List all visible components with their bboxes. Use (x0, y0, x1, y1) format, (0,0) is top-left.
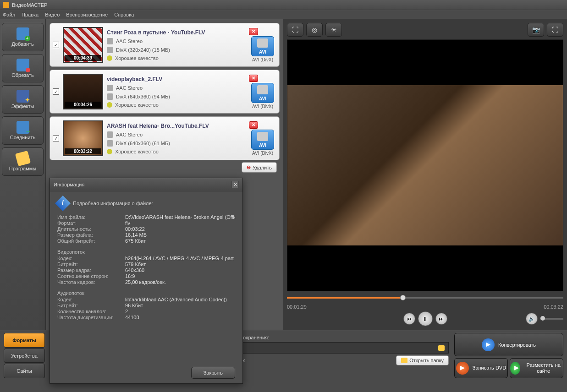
info-key: Соотношение сторон: (57, 273, 125, 279)
open-folder-button[interactable]: Открыть папку (396, 355, 449, 365)
info-value: 579 Кбит (125, 261, 235, 267)
item-checkbox[interactable]: ✓ (53, 135, 59, 142)
video-info: DivX (640x360) (94 МБ) (116, 94, 170, 99)
info-value: 96 Кбит (125, 303, 235, 308)
settings-tool-button[interactable]: ◎ (306, 23, 323, 37)
format-button[interactable]: AVI (251, 83, 274, 103)
remove-item-button[interactable]: ✕ (249, 28, 258, 35)
thumbnail[interactable]: 00:04:26 (63, 74, 103, 109)
film-cut-icon (17, 59, 29, 71)
item-title: ARASH feat Helena- Bro...YouTube.FLV (107, 123, 245, 129)
sidebar-label: Эффекты (11, 103, 34, 109)
prev-button[interactable]: ⏮ (403, 313, 415, 325)
audio-info: AAC Stereo (116, 85, 143, 91)
modal-close-bottom-button[interactable]: Закрыть (191, 367, 235, 379)
sidebar-cut-button[interactable]: Обрезать (2, 54, 44, 82)
preview-panel: ⛶ ◎ ☀ 📷 ⛶ 00:01:29 00:03:22 ⏮ ⏸ ⏭ 🔊 (283, 19, 567, 330)
quality-dot-icon (107, 55, 112, 61)
info-icon (55, 196, 71, 211)
info-key: Битрейт: (57, 303, 125, 308)
modal-close-button[interactable]: ✕ (231, 181, 239, 188)
info-value: 2 (125, 309, 235, 314)
volume-button[interactable]: 🔊 (526, 313, 538, 325)
thumbnail[interactable]: 00:03:22 (63, 120, 103, 156)
browse-folder-button[interactable] (438, 345, 445, 351)
list-item[interactable]: ✓ 00:04:39 Стинг Роза в пустыне - YouTub… (50, 23, 280, 67)
menu-playback[interactable]: Воспроизведение (66, 12, 108, 17)
info-key: Частота дискретизации: (57, 315, 125, 320)
video-screen[interactable] (287, 39, 563, 291)
play-icon (482, 338, 495, 351)
sidebar-label: Добавить (11, 41, 34, 47)
format-button[interactable]: AVI (251, 36, 274, 56)
remove-item-button[interactable]: ✕ (249, 121, 258, 129)
pause-button[interactable]: ⏸ (418, 311, 433, 326)
info-key: Длительность: (57, 226, 125, 232)
burn-dvd-button[interactable]: Записать DVD (454, 358, 508, 378)
upload-button[interactable]: Разместить на сайте (510, 358, 563, 378)
menu-help[interactable]: Справка (114, 12, 134, 17)
video-info: DivX (320x240) (15 МБ) (116, 47, 170, 53)
sidebar-programs-button[interactable]: Программы (2, 147, 44, 176)
quality-dot-icon (107, 149, 112, 154)
time-total: 00:03:22 (544, 304, 563, 310)
modal-subtitle: Подробная информация о файле: (73, 201, 153, 206)
audio-info: AAC Stereo (116, 38, 143, 44)
quality-dot-icon (107, 102, 112, 108)
info-value: 00:03:22 (125, 226, 235, 232)
tab-formats[interactable]: Форматы (4, 333, 45, 348)
list-item[interactable]: ✓ 00:03:22 ARASH feat Helena- Bro...YouT… (50, 116, 280, 160)
folder-icon (401, 358, 407, 363)
info-value: 16,14 МБ (125, 232, 235, 238)
tab-sites[interactable]: Сайты (4, 364, 45, 378)
convert-button[interactable]: Конвертировать (454, 333, 563, 356)
wand-icon (17, 90, 29, 103)
tag-icon (15, 151, 30, 166)
fullscreen-button[interactable]: ⛶ (547, 23, 563, 37)
brightness-tool-button[interactable]: ☀ (325, 23, 342, 37)
sidebar-label: Обрезать (11, 72, 34, 78)
info-value: 640x360 (125, 267, 235, 273)
info-key: Общий битрейт: (57, 238, 125, 244)
output-format: AVI (DivX) (252, 104, 273, 109)
sidebar-effects-button[interactable]: Эффекты (2, 85, 44, 114)
menu-video[interactable]: Видео (45, 12, 60, 17)
item-checkbox[interactable]: ✓ (53, 42, 59, 48)
audio-icon (107, 38, 113, 44)
audio-info: AAC Stereo (116, 132, 143, 137)
delete-button[interactable]: ⊖ Удалить (242, 162, 277, 173)
snapshot-button[interactable]: 📷 (528, 23, 544, 37)
duration-badge: 00:04:39 (65, 55, 101, 61)
item-title: videoplayback_2.FLV (107, 76, 245, 82)
format-button[interactable]: AVI (251, 130, 274, 150)
info-key: Имя файла: (57, 214, 125, 220)
sidebar-join-button[interactable]: Соединить (2, 116, 44, 145)
crop-tool-button[interactable]: ⛶ (287, 23, 303, 37)
info-key: Частота кадров: (57, 279, 125, 285)
item-checkbox[interactable]: ✓ (53, 88, 59, 95)
app-logo-icon (3, 2, 9, 8)
output-format: AVI (DivX) (252, 57, 273, 62)
thumbnail[interactable]: 00:04:39 (63, 27, 103, 63)
info-value: 44100 (125, 315, 235, 320)
seek-slider[interactable] (287, 294, 563, 301)
menubar: Файл Правка Видео Воспроизведение Справк… (0, 10, 567, 19)
info-value: 675 Кбит (125, 238, 235, 244)
audio-icon (107, 131, 113, 138)
menu-edit[interactable]: Правка (22, 12, 39, 17)
volume-slider[interactable] (540, 318, 563, 320)
audio-icon (107, 85, 113, 91)
menu-file[interactable]: Файл (3, 12, 15, 17)
quality-info: Хорошее качество (115, 149, 159, 154)
duration-badge: 00:03:22 (65, 148, 101, 154)
tab-devices[interactable]: Устройства (4, 348, 45, 363)
remove-item-button[interactable]: ✕ (249, 75, 258, 82)
titlebar: ВидеоМАСТЕР (0, 0, 567, 10)
list-item[interactable]: ✓ 00:04:26 videoplayback_2.FLV AAC Stere… (50, 70, 280, 114)
app-title: ВидеоМАСТЕР (12, 2, 47, 8)
next-button[interactable]: ⏭ (435, 313, 447, 325)
sidebar-label: Соединить (10, 135, 36, 140)
globe-icon (510, 362, 520, 375)
sidebar-add-button[interactable]: Добавить (2, 23, 44, 51)
info-modal: Информация ✕ Подробная информация о файл… (50, 178, 243, 384)
